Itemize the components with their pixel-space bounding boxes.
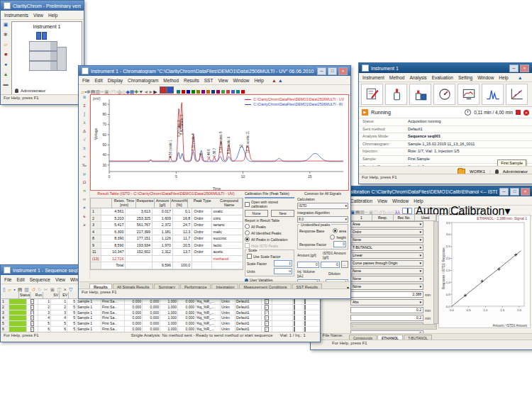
menu-item[interactable]: File (4, 277, 11, 282)
signal-color-icon[interactable] (177, 90, 180, 94)
table-row[interactable]: 8 8,390 177,151 1,126 11,7 Ordnr succini… (91, 235, 243, 242)
istd-amount-cell[interactable]: 0,000 (143, 299, 160, 304)
field-value[interactable]: Curve passes through Origin▾ (350, 260, 423, 267)
istd-amount-cell[interactable]: 0,000 (143, 327, 160, 332)
legend-item[interactable]: C:\ClarityChrom\DataFiles\DEMO1\Data\250… (245, 97, 344, 102)
table-row[interactable]: 3 5,417 561,767 2,372 24,7 Ordnr tartari… (91, 222, 243, 229)
sample-id-cell[interactable]: Sample 1 (77, 315, 101, 320)
inj-volume-cell[interactable]: 0,000 (178, 321, 196, 326)
column-header[interactable]: 1 (351, 215, 372, 220)
instrument-titlebar[interactable]: Instrument 1 ─ × (359, 63, 532, 73)
run-checkbox[interactable] (31, 315, 35, 320)
inj-volume-cell[interactable]: 0,000 (178, 305, 196, 310)
report-checkbox[interactable] (265, 299, 269, 304)
menu-item[interactable]: Instruments (4, 13, 28, 18)
istd-more-button[interactable]: ... (341, 261, 348, 268)
column-header[interactable]: Reten. Time[min] (112, 198, 136, 208)
sample-amount-cell[interactable]: 0,000 (125, 299, 143, 304)
signal-color-icon[interactable] (187, 90, 190, 94)
istd-amount-cell[interactable]: 0,000 (143, 315, 160, 320)
toolbar-icon[interactable]: Δ (83, 128, 86, 135)
file-name-cell[interactable]: %q_%R_... (196, 305, 221, 310)
signal-color-icon[interactable] (226, 90, 230, 94)
column-header[interactable]: Resp. (372, 215, 394, 220)
sv-cell[interactable]: 6 (38, 327, 51, 332)
report-checkbox[interactable] (265, 315, 269, 320)
sv-cell[interactable]: 3 (38, 310, 51, 315)
sample-cell[interactable]: First Sa... (101, 315, 125, 320)
all-peaks-radio[interactable] (245, 224, 250, 229)
integration-select[interactable]: 8.0▾ (297, 216, 348, 223)
report-cell[interactable] (262, 327, 272, 332)
toolbar-icon[interactable]: λ (84, 120, 86, 126)
field-value[interactable]: Abs▾ (350, 299, 423, 306)
method-setup-button[interactable] (385, 84, 407, 105)
iv-cell[interactable]: 5 (67, 321, 77, 326)
maximize-icon[interactable]: □ (328, 67, 337, 75)
column-header[interactable]: Peak Type (188, 198, 216, 208)
sv-cell[interactable]: 2 (38, 305, 51, 310)
toolbar-icon[interactable]: ≤ (83, 213, 85, 220)
toolbar-icon[interactable]: ± (83, 145, 85, 152)
toolbar-icon[interactable]: ▲ (4, 71, 9, 77)
toolbar-icon[interactable]: ≠ (83, 205, 85, 211)
column-header[interactable] (1, 292, 19, 298)
toolbar-icon[interactable]: √ (83, 137, 85, 143)
menu-item[interactable]: SST (204, 78, 214, 83)
iv-cell[interactable]: 5 (67, 310, 77, 315)
sv-cell[interactable]: 1 (38, 299, 51, 304)
toolbar-icon[interactable]: ∫ (84, 111, 85, 118)
sample-cell[interactable]: First Sa... (101, 305, 125, 310)
file-name-cell[interactable]: %q_%R_... (196, 321, 221, 326)
method-name-cell[interactable]: Default1 (235, 315, 262, 320)
inj-volume-cell[interactable]: 0,000 (178, 310, 196, 315)
method-name-cell[interactable]: Default1 (235, 305, 262, 310)
horizontal-scrollbar[interactable]: ‹› (350, 324, 437, 330)
view-select[interactable]: Calibration▾ (449, 208, 482, 214)
upload-icon[interactable]: ▲ (518, 74, 523, 81)
chromatogram-plot[interactable]: [mV] Voltage C:\ClarityChrom\DataFiles\D… (90, 94, 349, 191)
calibration-file-input[interactable]: 2506MULTI (245, 197, 294, 198)
column-header[interactable]: Amount[g/l] (155, 198, 172, 208)
hide-istd-checkbox[interactable] (245, 243, 250, 248)
field-value[interactable]: Ordnr▾ (350, 229, 423, 235)
scroll-right-icon[interactable]: › (435, 325, 436, 329)
toolbar-icon[interactable]: π (83, 188, 86, 194)
ev-cell[interactable]: 5 (51, 321, 67, 326)
table-row[interactable]: (13) 12,716 methanol (91, 256, 243, 263)
column-header[interactable] (91, 198, 112, 208)
field-value[interactable]: Linear▾ (350, 252, 423, 259)
iv-cell[interactable]: 5 (67, 327, 77, 332)
run-cell[interactable] (27, 327, 38, 332)
dilution-cell[interactable]: 1,000 (160, 321, 178, 326)
sample-type-cell[interactable]: Unkn (221, 310, 235, 315)
menu-item[interactable]: Sequence (30, 277, 50, 282)
signal-color-icon[interactable] (231, 90, 235, 94)
recalc-mode-select[interactable]: Automatic▾ (414, 208, 447, 214)
report-checkbox[interactable] (265, 310, 269, 315)
table-row[interactable]: 3 3 3 5 Sample 1 First Sa... 0,000 0,000… (1, 310, 319, 316)
minimize-icon[interactable]: ─ (317, 67, 326, 75)
signal-color-icon[interactable] (221, 90, 225, 94)
menu-item[interactable]: Chromatogram (128, 78, 158, 83)
inj-volume-cell[interactable]: 0,000 (178, 299, 196, 304)
menu-item[interactable]: Evaluation (432, 75, 453, 80)
run-cell[interactable] (27, 305, 38, 310)
toolbar-icon[interactable]: ● (4, 61, 7, 67)
ev-cell[interactable]: 3 (51, 310, 67, 315)
sample-amount-cell[interactable]: 0,000 (125, 315, 143, 320)
report-cell[interactable] (262, 310, 272, 315)
run-checkbox[interactable] (31, 299, 35, 304)
sample-id-cell[interactable]: Sample 1 (77, 327, 101, 332)
sequence-button[interactable] (409, 84, 431, 105)
sample-id-cell[interactable]: Sample 1 (77, 310, 101, 315)
column-header[interactable]: Used (415, 215, 436, 220)
chart-icon[interactable]: ▲ (278, 77, 283, 84)
checkbox[interactable] (304, 315, 306, 320)
report-cell[interactable] (262, 321, 272, 326)
file-name-cell[interactable]: %q_%R_... (196, 310, 221, 315)
menu-item[interactable]: Help (499, 75, 508, 80)
instrument-card[interactable]: Instrument 1 Administrator (11, 21, 82, 95)
ev-cell[interactable]: 6 (51, 327, 67, 332)
checkbox[interactable] (304, 305, 306, 310)
